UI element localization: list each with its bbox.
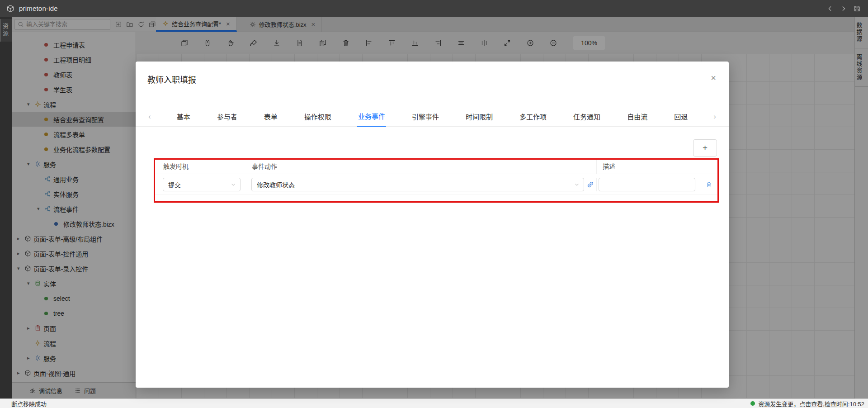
primeton-ide-app: primeton-ide 资源 结合业务查询配置* × 修改教师状态.bizx … — [0, 0, 868, 408]
delete-row-icon[interactable] — [705, 181, 712, 188]
back-icon[interactable] — [826, 5, 834, 12]
status-bar: 断点移除成功 资源发生变更，点击查看,检查时间:10:52 — [0, 399, 868, 408]
dialog-tab[interactable]: 时间限制 — [465, 107, 494, 126]
chevron-down-icon — [230, 181, 236, 188]
dialog-tab[interactable]: 表单 — [263, 107, 278, 126]
table-header: 触发时机 事件动作 描述 — [155, 160, 717, 174]
tab-scroll-right-icon[interactable]: › — [713, 112, 716, 121]
dialog-tab[interactable]: 业务事件 — [357, 106, 386, 127]
dialog-tab[interactable]: 引擎事件 — [411, 107, 440, 126]
save-icon[interactable] — [854, 5, 861, 12]
description-input[interactable] — [599, 178, 695, 191]
dialog-tab[interactable]: 操作权限 — [303, 107, 332, 126]
trigger-select[interactable]: 提交 — [163, 178, 241, 191]
dialog-tab[interactable]: 回退 — [673, 107, 689, 126]
table-row: 提交 修改教师状态 — [155, 174, 717, 195]
dialog-tab[interactable]: 多工作项 — [519, 107, 547, 126]
column-header-description: 描述 — [596, 160, 700, 174]
dialog-tab[interactable]: 自由流 — [626, 107, 648, 126]
resource-change-notice[interactable]: 资源发生变更，点击查看,检查时间:10:52 — [750, 399, 868, 408]
process-config-dialog: 教师入职填报 × ‹基本参与者表单操作权限业务事件引擎事件时间限制多工作项任务通… — [136, 62, 729, 388]
dialog-tab[interactable]: 任务通知 — [572, 107, 601, 126]
dialog-tab[interactable]: 基本 — [176, 107, 191, 126]
workspace: 资源 结合业务查询配置* × 修改教师状态.bizx × 工程申请表 工程项目明… — [0, 17, 868, 399]
close-icon[interactable]: × — [711, 73, 716, 82]
status-dot-icon — [750, 401, 755, 406]
resource-change-text: 资源发生变更，点击查看,检查时间:10:52 — [758, 399, 864, 408]
forward-icon[interactable] — [840, 5, 847, 12]
title-bar: primeton-ide — [0, 0, 868, 17]
add-row-button[interactable]: + — [693, 139, 717, 157]
app-title: primeton-ide — [19, 5, 58, 12]
action-select[interactable]: 修改教师状态 — [251, 178, 584, 191]
dialog-tab[interactable]: 参与者 — [216, 107, 238, 126]
dialog-title: 教师入职填报 — [147, 73, 196, 85]
titlebar-actions — [826, 5, 868, 12]
business-event-table: 触发时机 事件动作 描述 提交 修改教师状态 — [154, 158, 719, 203]
column-header-trigger: 触发时机 — [155, 160, 248, 174]
status-message: 断点移除成功 — [0, 399, 47, 408]
chevron-down-icon — [574, 181, 580, 188]
column-header-action: 事件动作 — [248, 160, 596, 174]
tab-scroll-left-icon[interactable]: ‹ — [148, 112, 151, 121]
column-header-operations — [700, 160, 717, 174]
link-icon[interactable] — [586, 180, 594, 189]
dialog-tab-bar: ‹基本参与者表单操作权限业务事件引擎事件时间限制多工作项任务通知自由流回退› — [136, 107, 729, 127]
app-logo-icon — [6, 5, 14, 13]
